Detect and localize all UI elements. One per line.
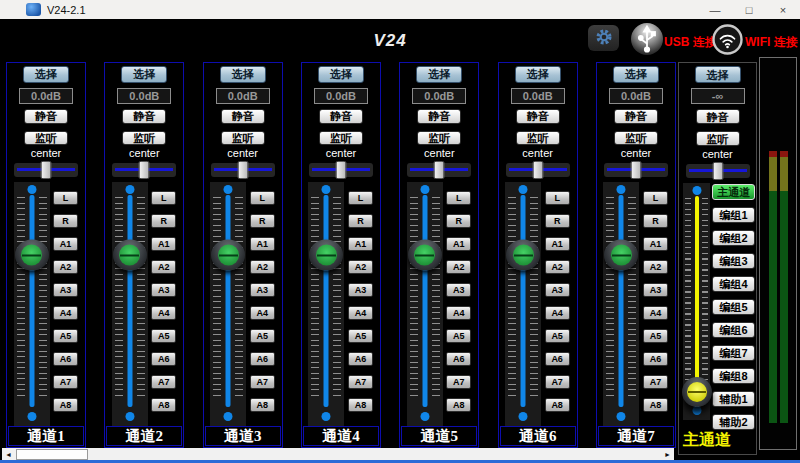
maximize-button[interactable]: □ [732, 0, 766, 19]
mute-button[interactable]: 静音 [24, 109, 68, 124]
channel-fader[interactable] [505, 182, 541, 426]
route-button[interactable]: A2 [53, 260, 78, 274]
route-button[interactable]: A3 [643, 283, 668, 297]
route-button[interactable]: L [151, 191, 176, 205]
monitor-button[interactable]: 监听 [696, 131, 740, 146]
route-button[interactable]: A2 [446, 260, 471, 274]
pan-handle[interactable] [139, 161, 150, 179]
mute-button[interactable]: 静音 [221, 109, 265, 124]
select-button[interactable]: 选择 [318, 66, 364, 83]
mute-button[interactable]: 静音 [696, 109, 740, 124]
route-button[interactable]: A6 [348, 352, 373, 366]
route-button[interactable]: A1 [53, 237, 78, 251]
route-button[interactable]: L [53, 191, 78, 205]
route-button[interactable]: A1 [151, 237, 176, 251]
route-button[interactable]: A6 [643, 352, 668, 366]
channel-fader-knob[interactable] [408, 240, 442, 271]
route-button[interactable]: A8 [446, 398, 471, 412]
route-button[interactable]: A1 [643, 237, 668, 251]
bus-button[interactable]: 编组6 [712, 322, 755, 338]
route-button[interactable]: A5 [643, 329, 668, 343]
bus-button[interactable]: 编组3 [712, 253, 755, 269]
channel-fader[interactable] [603, 182, 639, 426]
bus-button[interactable]: 编组2 [712, 230, 755, 246]
route-button[interactable]: L [545, 191, 570, 205]
select-button[interactable]: 选择 [121, 66, 167, 83]
channel-fader-knob[interactable] [15, 240, 49, 271]
route-button[interactable]: A2 [250, 260, 275, 274]
pan-slider[interactable] [407, 163, 471, 177]
pan-slider[interactable] [506, 163, 570, 177]
settings-button[interactable] [588, 25, 619, 51]
route-button[interactable]: A8 [250, 398, 275, 412]
monitor-button[interactable]: 监听 [614, 131, 658, 146]
route-button[interactable]: A2 [643, 260, 668, 274]
route-button[interactable]: A8 [53, 398, 78, 412]
mute-button[interactable]: 静音 [122, 109, 166, 124]
channel-fader[interactable] [407, 182, 443, 426]
route-button[interactable]: A3 [545, 283, 570, 297]
channel-fader[interactable] [112, 182, 148, 426]
bus-button[interactable]: 编组8 [712, 368, 755, 384]
route-button[interactable]: A4 [348, 306, 373, 320]
bus-button[interactable]: 辅助2 [712, 414, 755, 430]
route-button[interactable]: A2 [545, 260, 570, 274]
pan-slider[interactable] [686, 164, 750, 178]
select-button[interactable]: 选择 [23, 66, 69, 83]
mute-button[interactable]: 静音 [614, 109, 658, 124]
mute-button[interactable]: 静音 [516, 109, 560, 124]
bus-button[interactable]: 编组4 [712, 276, 755, 292]
route-button[interactable]: A1 [545, 237, 570, 251]
select-button[interactable]: 选择 [695, 66, 741, 83]
route-button[interactable]: R [53, 214, 78, 228]
route-button[interactable]: A7 [643, 375, 668, 389]
pan-handle[interactable] [434, 161, 445, 179]
route-button[interactable]: A7 [348, 375, 373, 389]
route-button[interactable]: A5 [446, 329, 471, 343]
route-button[interactable]: A6 [151, 352, 176, 366]
route-button[interactable]: A2 [151, 260, 176, 274]
route-button[interactable]: A3 [151, 283, 176, 297]
bus-button[interactable]: 编组1 [712, 207, 755, 223]
route-button[interactable]: A3 [53, 283, 78, 297]
route-button[interactable]: L [250, 191, 275, 205]
route-button[interactable]: A6 [53, 352, 78, 366]
route-button[interactable]: A6 [545, 352, 570, 366]
close-button[interactable]: × [766, 0, 800, 19]
route-button[interactable]: R [250, 214, 275, 228]
route-button[interactable]: A7 [250, 375, 275, 389]
select-button[interactable]: 选择 [613, 66, 659, 83]
monitor-button[interactable]: 监听 [24, 131, 68, 146]
route-button[interactable]: R [545, 214, 570, 228]
channel-fader-knob[interactable] [506, 240, 540, 271]
bus-button[interactable]: 辅助1 [712, 391, 755, 407]
pan-slider[interactable] [309, 163, 373, 177]
route-button[interactable]: L [446, 191, 471, 205]
route-button[interactable]: A7 [151, 375, 176, 389]
route-button[interactable]: A6 [446, 352, 471, 366]
route-button[interactable]: A7 [446, 375, 471, 389]
route-button[interactable]: A4 [53, 306, 78, 320]
route-button[interactable]: A8 [151, 398, 176, 412]
pan-handle[interactable] [237, 161, 248, 179]
route-button[interactable]: A1 [250, 237, 275, 251]
minimize-button[interactable]: — [698, 0, 732, 19]
mute-button[interactable]: 静音 [417, 109, 461, 124]
pan-handle[interactable] [41, 161, 52, 179]
pan-slider[interactable] [211, 163, 275, 177]
route-button[interactable]: A8 [545, 398, 570, 412]
channel-fader-knob[interactable] [309, 240, 343, 271]
channel-fader[interactable] [210, 182, 246, 426]
select-button[interactable]: 选择 [515, 66, 561, 83]
route-button[interactable]: A3 [446, 283, 471, 297]
route-button[interactable]: A7 [545, 375, 570, 389]
pan-handle[interactable] [630, 161, 641, 179]
pan-handle[interactable] [532, 161, 543, 179]
pan-slider[interactable] [604, 163, 668, 177]
route-button[interactable]: A4 [151, 306, 176, 320]
route-button[interactable]: R [348, 214, 373, 228]
select-button[interactable]: 选择 [220, 66, 266, 83]
route-button[interactable]: R [643, 214, 668, 228]
channel-fader[interactable] [14, 182, 50, 426]
scrollbar-thumb[interactable] [16, 449, 88, 460]
